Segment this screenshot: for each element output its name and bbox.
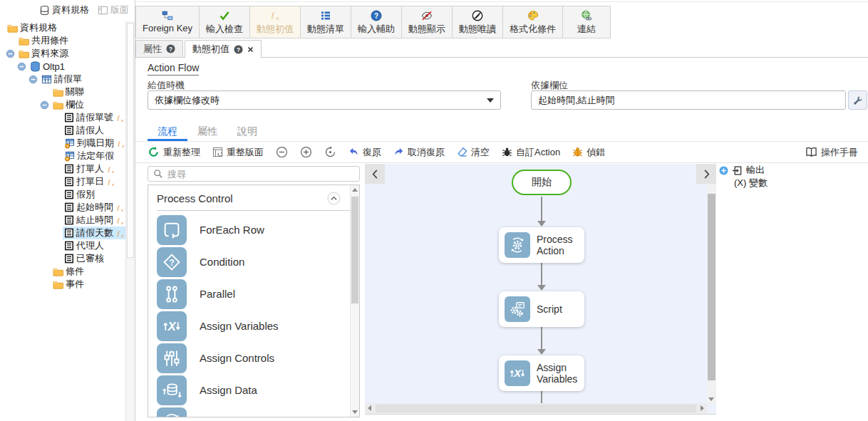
doc-tab-0[interactable]: 屬性? (135, 40, 183, 57)
doc-tab-label: 屬性 (143, 43, 162, 56)
flow-tab-1[interactable]: 屬性 (187, 123, 227, 141)
toolbar-button-globe-link[interactable]: 連結 (563, 6, 610, 38)
flow-tool-undo[interactable]: 復原 (348, 146, 381, 159)
tree-scrollbar[interactable] (125, 21, 135, 421)
manual-button[interactable]: 操作手冊 (805, 146, 858, 159)
svg-text:x: x (120, 207, 123, 212)
collapse-section-button[interactable] (327, 192, 341, 205)
svg-text:x: x (120, 117, 123, 122)
flow-tab-0[interactable]: 流程 (148, 123, 187, 141)
flow-node-start[interactable]: 開始 (512, 170, 572, 195)
tree-item[interactable]: 結止時間fx (0, 214, 125, 227)
collapse-toggle-icon[interactable] (6, 49, 17, 58)
layout-mode-button[interactable]: 版面 (98, 4, 129, 16)
help-icon[interactable]: ? (234, 45, 243, 54)
dynamic-default-editor: Action Flow 給值時機 依據欄位 依據欄位修改時 流程屬性說明 重新整… (135, 57, 868, 421)
flow-tool-zoom-out[interactable] (276, 146, 288, 158)
undo-icon (348, 147, 359, 157)
toolbar-button-check[interactable]: 輸入檢查 (200, 6, 250, 38)
tree-item[interactable]: 代理人 (0, 239, 125, 252)
flow-node-script[interactable]: Script (499, 291, 584, 327)
toolbox-item-assign-controls[interactable]: Assign Controls (148, 342, 359, 374)
flow-tool-label: 偵錯 (587, 146, 605, 159)
process-action-icon (157, 407, 187, 418)
toolbox-item-label: Condition (200, 256, 244, 268)
flow-node-process-action[interactable]: Process Action (499, 227, 584, 263)
field-icon (64, 228, 74, 238)
tree-item[interactable]: 條件 (0, 265, 125, 278)
toolbox-item-foreach[interactable]: ForEach Row (148, 214, 359, 246)
svg-text:x: x (111, 168, 114, 173)
node-toolbox: Process Control ForEach Row?ConditionPar… (148, 166, 360, 182)
toolbar-button-label: 動態清單 (307, 23, 344, 36)
help-icon[interactable]: ? (166, 44, 175, 53)
toolbar-button-label: 輸入輔助 (358, 23, 395, 36)
toolbar-button-palette[interactable]: 格式化條件 (503, 6, 563, 38)
collapse-toggle-icon[interactable] (29, 75, 40, 84)
toolbox-item-assign-variables[interactable]: XAssign Variables (148, 310, 359, 342)
depend-fields-picker-button[interactable] (848, 90, 867, 110)
close-icon[interactable] (247, 46, 254, 53)
tree-item[interactable]: 請假人 (0, 124, 125, 137)
toolbar-button-help-badge[interactable]: ?輸入輔助 (351, 6, 402, 38)
toolbar-button-label: 動態唯讀 (459, 23, 496, 36)
toolbar-button-foreign-key[interactable]: Foreign Key (136, 6, 200, 38)
canvas-horizontal-scrollbar[interactable] (365, 403, 707, 414)
trigger-timing-select[interactable]: 依據欄位修改時 (148, 90, 501, 110)
collapse-toolbox-button[interactable] (365, 164, 385, 184)
tree-item[interactable]: 資料來源 (0, 47, 125, 60)
flow-tool-custom-action[interactable]: 自訂Action (502, 146, 560, 159)
toolbar-button-fx-tool[interactable]: fx動態初值 (250, 6, 301, 38)
tree-item[interactable]: 打單人fx (0, 162, 125, 175)
search-input[interactable] (167, 169, 354, 180)
flow-node-label: Assign Variables (537, 362, 579, 385)
tree-item[interactable]: 請假單 (0, 73, 125, 85)
toolbox-item-parallel[interactable]: Parallel (148, 278, 359, 310)
flow-canvas[interactable]: 開始 Process ActionScriptXAssign Variables (365, 164, 716, 415)
collapse-toggle-icon[interactable] (40, 100, 51, 110)
tree-item[interactable]: 打單日fx (0, 175, 125, 188)
flow-tool-zoom-reset[interactable] (324, 146, 336, 158)
flow-node-assign-variables[interactable]: XAssign Variables (499, 355, 584, 391)
expand-toggle-icon[interactable] (719, 166, 728, 175)
flow-tool-label: 復原 (363, 146, 381, 159)
tree-item[interactable]: Oltp1 (0, 60, 125, 73)
flow-connector (541, 391, 542, 404)
tree-item-label: 條件 (66, 265, 84, 278)
output-tree-item[interactable]: 輸出 (716, 164, 868, 177)
doc-tab-1[interactable]: 動態初值? (185, 40, 262, 58)
toolbar-button-list[interactable]: 動態清單 (301, 6, 351, 38)
tree-item[interactable]: 事件 (0, 278, 125, 291)
svg-text:X: X (167, 320, 177, 333)
collapse-right-panel-button[interactable] (696, 164, 716, 184)
flow-tool-relayout[interactable]: 重整版面 (212, 146, 264, 159)
tree-item[interactable]: 欄位 (0, 98, 125, 111)
output-tree-item[interactable]: (X) 變數 (716, 177, 868, 189)
tree-item[interactable]: 共用條件 (0, 34, 125, 47)
collapse-toggle-icon[interactable] (17, 62, 29, 71)
tree-item[interactable]: 假別 (0, 188, 125, 201)
tree-item[interactable]: 資料規格 (0, 21, 125, 34)
canvas-vertical-scrollbar[interactable] (707, 184, 716, 403)
flow-tool-zoom-in[interactable] (300, 146, 312, 158)
toolbar-button-no-edit[interactable]: 動態唯讀 (453, 6, 503, 38)
flow-tool-debug[interactable]: 偵錯 (572, 146, 605, 159)
tree-item[interactable]: 已審核 (0, 252, 125, 265)
toolbox-item-process-action[interactable]: Process Action (148, 406, 359, 417)
flow-tool-erase[interactable]: 清空 (457, 146, 490, 159)
toolbox-item-assign-data[interactable]: Assign Data (148, 374, 359, 406)
tree-item[interactable]: 到職日期fx (0, 137, 125, 150)
depend-fields-input[interactable] (531, 90, 846, 110)
flow-tool-redo[interactable]: 取消復原 (393, 146, 445, 159)
toolbox-item-condition[interactable]: ?Condition (148, 246, 359, 278)
tree-item[interactable]: 法定年假 (0, 150, 125, 162)
flow-tool-refresh[interactable]: 重新整理 (148, 146, 200, 159)
tree-item[interactable]: 請假天數fx (0, 227, 125, 239)
tree-item[interactable]: 請假單號fx (0, 111, 125, 124)
tree-item[interactable]: 起始時間fx (0, 201, 125, 214)
toolbar-button-eye-off[interactable]: 動態顯示 (402, 6, 453, 38)
data-spec-mode-button[interactable]: 資料規格 (39, 4, 89, 16)
tree-item[interactable]: 關聯 (0, 85, 125, 98)
flow-tab-2[interactable]: 說明 (227, 123, 267, 141)
toolbox-scrollbar[interactable] (350, 185, 359, 417)
